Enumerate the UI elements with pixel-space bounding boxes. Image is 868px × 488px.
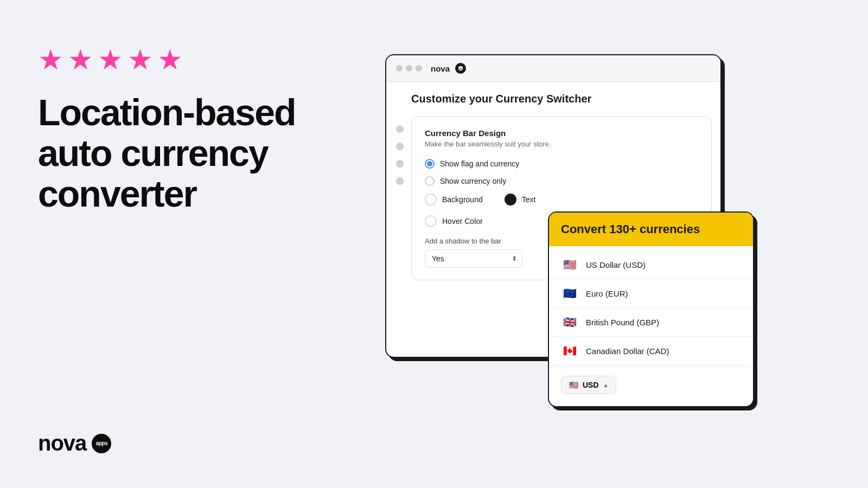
currency-list-divider <box>549 367 753 367</box>
star-3: ★ <box>98 43 123 76</box>
currency-item-cad[interactable]: 🇨🇦 Canadian Dollar (CAD) <box>549 337 753 365</box>
text-color-label: Text <box>522 195 536 204</box>
browser-titlebar: nova n <box>386 55 720 82</box>
background-color-swatch[interactable] <box>425 194 437 206</box>
radio-flag-currency-label: Show flag and currency <box>440 159 519 168</box>
text-color-option[interactable]: Text <box>505 194 536 206</box>
hover-color-label: Hover Color <box>442 217 483 226</box>
radio-flag-currency-circle[interactable] <box>425 159 435 169</box>
radio-currency-only-label: Show currency only <box>440 177 506 185</box>
radio-option-currency-only[interactable]: Show currency only <box>425 176 698 186</box>
sidebar-dot-3 <box>396 160 404 168</box>
background-color-option[interactable]: Background <box>425 194 483 206</box>
sidebar-dot-4 <box>396 177 404 185</box>
sidebar-dot-2 <box>396 143 404 150</box>
star-2: ★ <box>68 43 93 76</box>
currency-name-gbp: British Pound (GBP) <box>586 318 659 327</box>
nova-apps-badge: apps <box>92 434 111 453</box>
traffic-light-green <box>416 65 422 72</box>
flag-gbp: 🇬🇧 <box>561 316 578 329</box>
hover-color-swatch[interactable] <box>425 215 437 227</box>
shadow-select[interactable]: Yes No <box>425 249 522 268</box>
color-options-row: Background Text <box>425 194 698 206</box>
currency-name-usd: US Dollar (USD) <box>586 260 646 269</box>
traffic-light-red <box>396 65 403 72</box>
headline: Location-based auto currency converter <box>38 92 336 214</box>
sidebar-dots <box>396 125 404 185</box>
selected-flag: 🇺🇸 <box>569 381 578 389</box>
shadow-select-wrapper[interactable]: Yes No ⬍ <box>425 249 522 268</box>
nova-text: nova <box>38 431 86 455</box>
currency-header: Convert 130+ currencies <box>549 213 753 246</box>
currency-list: 🇺🇸 US Dollar (USD) 🇪🇺 Euro (EUR) 🇬🇧 Brit… <box>549 246 753 406</box>
traffic-lights <box>396 65 422 72</box>
star-4: ★ <box>127 43 153 76</box>
text-color-swatch[interactable] <box>505 194 516 206</box>
currency-selector-bar[interactable]: 🇺🇸 USD ▲ <box>561 376 616 394</box>
currency-item-usd[interactable]: 🇺🇸 US Dollar (USD) <box>549 251 753 279</box>
card-subtitle: Make the bar seamlessly suit your store. <box>425 140 698 148</box>
sidebar-dot-1 <box>396 125 404 133</box>
star-5: ★ <box>157 43 183 76</box>
up-arrow-icon: ▲ <box>603 382 609 388</box>
background-color-label: Background <box>442 195 483 204</box>
traffic-light-yellow <box>406 65 412 72</box>
left-section: ★ ★ ★ ★ ★ Location-based auto currency c… <box>38 43 336 214</box>
star-1: ★ <box>38 43 63 76</box>
flag-eur: 🇪🇺 <box>561 287 578 300</box>
currency-name-cad: Canadian Dollar (CAD) <box>586 346 669 356</box>
radio-option-flag-currency[interactable]: Show flag and currency <box>425 159 698 169</box>
flag-cad: 🇨🇦 <box>561 344 578 357</box>
radio-currency-only-circle[interactable] <box>425 176 435 186</box>
browser-app-name: nova <box>431 64 450 73</box>
nova-logo-bottom: nova apps <box>38 431 111 455</box>
flag-usd: 🇺🇸 <box>561 258 578 271</box>
stars-row: ★ ★ ★ ★ ★ <box>38 43 336 76</box>
currency-header-text: Convert 130+ currencies <box>561 222 700 236</box>
svg-text:n: n <box>459 67 462 70</box>
nova-icon-titlebar: n <box>455 63 466 74</box>
currency-selector-row[interactable]: 🇺🇸 USD ▲ <box>549 368 753 402</box>
selected-currency: USD <box>583 381 599 389</box>
currency-dropdown-card: Convert 130+ currencies 🇺🇸 US Dollar (US… <box>548 211 754 407</box>
currency-name-eur: Euro (EUR) <box>586 289 628 298</box>
currency-item-gbp[interactable]: 🇬🇧 British Pound (GBP) <box>549 308 753 337</box>
radio-flag-currency-inner <box>427 161 432 166</box>
page-title: Customize your Currency Switcher <box>411 93 712 105</box>
card-title: Currency Bar Design <box>425 129 698 138</box>
currency-item-eur[interactable]: 🇪🇺 Euro (EUR) <box>549 279 753 308</box>
right-section: nova n Customize your Currency Switcher … <box>369 38 846 461</box>
